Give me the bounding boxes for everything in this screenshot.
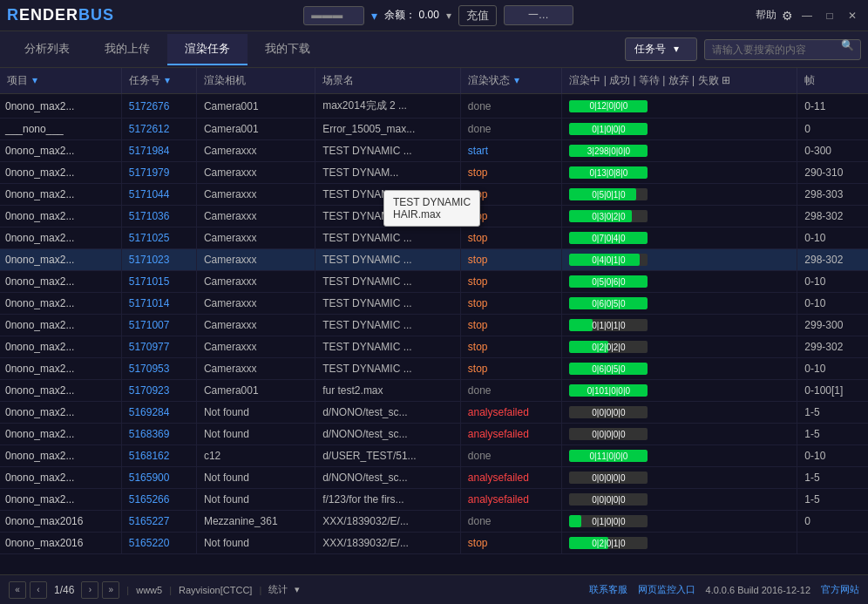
cell-camera: c12: [196, 445, 315, 467]
cell-status: done: [460, 380, 562, 402]
cell-task-no: 5168162: [121, 445, 196, 467]
table-row[interactable]: 0nono_max2016 5165220 Not found XXX/1839…: [0, 533, 868, 554]
cell-scene: TEST DYNAMIC ...: [315, 336, 461, 358]
website-link[interactable]: 官方网站: [821, 583, 859, 596]
last-page-button[interactable]: »: [102, 581, 119, 599]
cell-project: 0nono_max2...: [0, 94, 121, 119]
table-row[interactable]: 0nono_max2... 5169284 Not found d/NONO/t…: [0, 402, 868, 424]
tab-render[interactable]: 渲染任务: [167, 34, 248, 65]
table-row[interactable]: 0nono_max2... 5171015 Cameraxxx TEST DYN…: [0, 271, 868, 293]
settings-icon[interactable]: ⚙: [782, 9, 793, 23]
cell-task-no: 5171036: [121, 206, 196, 227]
cell-frames: 298-303: [797, 184, 868, 206]
balance-label: 余额： 0.00: [384, 8, 439, 23]
cell-camera: Not found: [196, 489, 315, 511]
page-info: 1/46: [54, 584, 74, 596]
cell-progress: 0|2|0|1|0: [562, 533, 797, 554]
cell-frames: 0-10: [797, 445, 868, 467]
titlebar-center: ▬▬▬ ▾ 余额： 0.00 ▾ 充值 一…: [128, 5, 756, 26]
cell-project: 0nono_max2...: [0, 271, 121, 293]
table-row[interactable]: 0nono_max2016 5165227 Mezzanine_361 XXX/…: [0, 511, 868, 533]
cell-frames: 1-5: [797, 402, 868, 424]
cell-camera: Not found: [196, 424, 315, 445]
cell-task-no: 5171984: [121, 140, 196, 162]
tooltip-line2: HAIR.max: [393, 208, 471, 221]
cell-frames: 0-10: [797, 293, 868, 315]
cell-camera: Cameraxxx: [196, 358, 315, 380]
cell-frames: 1-5: [797, 489, 868, 511]
cell-task-no: 5165227: [121, 511, 196, 533]
stats-button[interactable]: 统计: [268, 583, 288, 596]
cell-scene: TEST DYNAMIC ...: [315, 315, 461, 336]
cell-task-no: 5170977: [121, 336, 196, 358]
prev-page-button[interactable]: ‹: [30, 581, 47, 599]
progress-col-icon[interactable]: ⊞: [722, 74, 730, 86]
first-page-button[interactable]: «: [9, 581, 26, 599]
monitor-link[interactable]: 网页监控入口: [638, 583, 695, 596]
recharge-button[interactable]: 充值: [458, 5, 497, 26]
tab-download[interactable]: 我的下载: [248, 34, 328, 65]
table-row[interactable]: 0nono_max2... 5172676 Camera001 max2014完…: [0, 94, 868, 119]
tab-analysis[interactable]: 分析列表: [7, 34, 87, 65]
cell-camera: Cameraxxx: [196, 184, 315, 206]
table-row[interactable]: 0nono_max2... 5171979 Cameraxxx TEST DYN…: [0, 162, 868, 184]
cell-scene: f/123/for the firs...: [315, 489, 461, 511]
logo-bus: BUS: [78, 6, 114, 24]
table-container: 项目 ▾ 任务号 ▾ 渲染相机 场景名 渲染状态 ▾ 渲染中 | 成功 | 等待…: [0, 68, 868, 574]
table-row[interactable]: 0nono_max2... 5171014 Cameraxxx TEST DYN…: [0, 293, 868, 315]
table-row[interactable]: 0nono_max2... 5168369 Not found d/NONO/t…: [0, 424, 868, 445]
cell-status: stop: [460, 162, 562, 184]
cell-camera: Cameraxxx: [196, 249, 315, 271]
cell-task-no: 5171015: [121, 271, 196, 293]
cell-camera: Cameraxxx: [196, 162, 315, 184]
stats-arrow[interactable]: ▾: [295, 584, 300, 595]
nav-bar: 分析列表 我的上传 渲染任务 我的下载 任务号 ▾ 🔍: [0, 31, 868, 68]
cell-status: done: [460, 94, 562, 119]
support-link[interactable]: 联系客服: [589, 583, 627, 596]
table-row[interactable]: 0nono_max2... 5170923 Camera001 fur test…: [0, 380, 868, 402]
table-row[interactable]: 0nono_max2... 5168162 c12 d/USER_TEST/51…: [0, 445, 868, 467]
cell-camera: Camera001: [196, 380, 315, 402]
minimize-button[interactable]: —: [798, 7, 816, 24]
table-row[interactable]: 0nono_max2... 5171984 Cameraxxx TEST DYN…: [0, 140, 868, 162]
sort-arrow-status[interactable]: ▾: [514, 74, 519, 86]
cell-status: stop: [460, 227, 562, 249]
col-progress: 渲染中 | 成功 | 等待 | 放弃 | 失败 ⊞: [562, 68, 797, 94]
cell-project: 0nono_max2...: [0, 380, 121, 402]
maximize-button[interactable]: □: [821, 7, 838, 24]
search-input[interactable]: [704, 39, 861, 60]
logo-r: R: [7, 6, 19, 24]
titlebar: RENDERBUS ▬▬▬ ▾ 余额： 0.00 ▾ 充值 一… 帮助 ⚙ — …: [0, 0, 868, 31]
cell-scene: TEST DYNAMIC ...: [315, 271, 461, 293]
table-row[interactable]: ___nono___ 5172612 Camera001 Error_15005…: [0, 119, 868, 140]
cell-frames: 0-100[1]: [797, 380, 868, 402]
next-page-button[interactable]: ›: [81, 581, 98, 599]
help-link[interactable]: 帮助: [756, 8, 776, 23]
dropdown-arrow[interactable]: ▾: [371, 9, 377, 23]
sort-arrow-project[interactable]: ▾: [32, 74, 37, 86]
tab-upload[interactable]: 我的上传: [87, 34, 167, 65]
cell-camera: Camera001: [196, 94, 315, 119]
cell-task-no: 5172676: [121, 94, 196, 119]
table-row[interactable]: 0nono_max2... 5171007 Cameraxxx TEST DYN…: [0, 315, 868, 336]
cell-task-no: 5165220: [121, 533, 196, 554]
tooltip-line1: TEST DYNAMIC: [393, 196, 471, 208]
table-row[interactable]: 0nono_max2... 5171023 Cameraxxx TEST DYN…: [0, 249, 868, 271]
balance-dropdown[interactable]: ▾: [446, 10, 451, 22]
table-row[interactable]: 0nono_max2... 5165900 Not found d/NONO/t…: [0, 467, 868, 489]
cell-task-no: 5171007: [121, 315, 196, 336]
cell-progress: 0|3|0|2|0: [562, 206, 797, 227]
close-button[interactable]: ✕: [844, 7, 861, 24]
sort-arrow-task[interactable]: ▾: [165, 74, 170, 86]
table-row[interactable]: 0nono_max2... 5170953 Cameraxxx TEST DYN…: [0, 358, 868, 380]
cell-progress: 0|1|0|0|0: [562, 119, 797, 140]
top-dropdown[interactable]: ▬▬▬: [303, 6, 364, 25]
table-row[interactable]: 0nono_max2... 5170977 Cameraxxx TEST DYN…: [0, 336, 868, 358]
user-menu[interactable]: 一…: [504, 5, 573, 25]
table-row[interactable]: 0nono_max2... 5171025 Cameraxxx TEST DYN…: [0, 227, 868, 249]
search-icon: 🔍: [841, 39, 854, 51]
cell-frames: [797, 533, 868, 554]
table-row[interactable]: 0nono_max2... 5165266 Not found f/123/fo…: [0, 489, 868, 511]
cell-project: 0nono_max2...: [0, 445, 121, 467]
task-type-dropdown[interactable]: 任务号 ▾: [625, 37, 697, 61]
